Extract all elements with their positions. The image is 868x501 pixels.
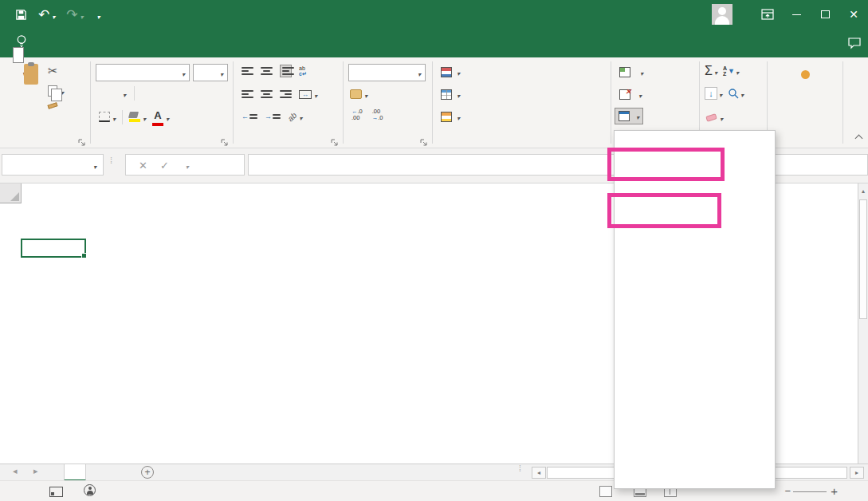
number-group: ←.0 .00 .00 →.0 (344, 57, 432, 148)
insert-function-button[interactable] (182, 158, 189, 172)
close-button[interactable] (839, 0, 868, 29)
avatar[interactable] (712, 4, 732, 25)
cell-styles-icon (441, 112, 452, 122)
formula-bar-splitter[interactable]: ⁞ (110, 158, 112, 163)
sheet-tab-sheet1[interactable] (64, 464, 86, 481)
vertical-scrollbar[interactable] (858, 183, 868, 464)
active-cell-outline (21, 239, 86, 258)
sort-filter-icon: ▼ (728, 67, 735, 75)
macro-record-icon[interactable] (49, 487, 63, 497)
font-color-button[interactable]: A (152, 108, 169, 126)
format-as-table-button[interactable] (438, 87, 463, 102)
next-sheet-icon[interactable] (33, 466, 38, 476)
clipboard-group (0, 57, 90, 148)
orientation-button[interactable]: ab (288, 109, 302, 124)
number-format-combo[interactable] (348, 64, 426, 81)
copy-icon (48, 85, 57, 97)
vertical-scroll-thumb[interactable] (859, 199, 867, 319)
titlebar-right (704, 0, 868, 29)
previous-sheet-icon[interactable] (13, 466, 18, 476)
ribbon-display-options-icon[interactable] (753, 0, 782, 29)
font-dialog-launcher-icon[interactable] (221, 136, 229, 144)
save-icon[interactable] (10, 0, 33, 29)
insert-cells-button[interactable] (616, 65, 646, 80)
format-button[interactable] (615, 108, 643, 124)
name-box[interactable] (2, 154, 104, 176)
paste-button[interactable] (6, 63, 41, 79)
alignment-group: abc↵ ↔ ← → ab (234, 57, 343, 148)
ribbon-tab-row (0, 29, 868, 57)
accessibility-status[interactable] (84, 484, 101, 496)
delete-cells-button[interactable] (616, 87, 645, 102)
scroll-up-icon[interactable] (858, 183, 868, 198)
copy-button[interactable] (48, 84, 64, 98)
sort-filter-button[interactable]: AZ▼ (723, 64, 739, 78)
font-size-combo[interactable] (193, 64, 228, 81)
new-sheet-button[interactable]: + (141, 466, 154, 479)
alignment-dialog-launcher-icon[interactable] (331, 136, 339, 144)
cancel-icon[interactable] (139, 158, 147, 172)
select-all-corner[interactable] (0, 183, 22, 203)
middle-align-icon[interactable] (261, 67, 273, 75)
orientation-icon: ab (286, 110, 299, 123)
accounting-icon (350, 89, 362, 99)
conditional-formatting-button[interactable] (438, 65, 463, 80)
find-select-button[interactable] (728, 86, 744, 101)
borders-button[interactable] (99, 110, 116, 124)
clipboard-mini-buttons (48, 64, 64, 108)
align-left-icon[interactable] (242, 90, 253, 98)
autosum-button[interactable] (705, 64, 717, 78)
enter-icon[interactable] (160, 158, 169, 172)
zoom-in-button[interactable] (831, 484, 838, 498)
merge-center-button[interactable]: ↔ (299, 87, 317, 101)
clear-icon[interactable] (705, 113, 717, 122)
comment-icon[interactable] (847, 37, 862, 53)
scroll-right-icon[interactable] (850, 467, 864, 479)
bottom-align-icon[interactable] (280, 65, 292, 77)
addins-icon[interactable] (801, 70, 810, 79)
maximize-button[interactable] (811, 0, 839, 29)
fill-color-button[interactable] (129, 110, 146, 124)
wrap-text-icon[interactable]: abc↵ (299, 65, 307, 77)
minimize-button[interactable] (782, 0, 811, 29)
borders-icon (99, 112, 110, 122)
increase-indent-icon[interactable]: → (265, 112, 281, 120)
decrease-decimal-icon[interactable]: .00 →.0 (372, 108, 383, 121)
addins-group (768, 57, 842, 148)
align-right-icon[interactable] (280, 90, 292, 98)
zoom-slider[interactable] (793, 491, 827, 492)
top-align-icon[interactable] (242, 67, 253, 75)
undo-button[interactable] (33, 0, 61, 29)
clipboard-dialog-launcher-icon[interactable] (78, 136, 86, 144)
format-as-table-icon (441, 89, 452, 100)
view-normal-icon[interactable] (599, 486, 612, 497)
format-icon (619, 111, 630, 121)
find-icon (728, 88, 739, 99)
titlebar (0, 0, 868, 29)
fill-down-icon: ↓ (705, 87, 717, 100)
cut-icon[interactable] (48, 64, 64, 78)
zoom-out-button[interactable] (784, 485, 791, 497)
format-painter-icon[interactable] (48, 102, 58, 108)
customize-quick-access-icon[interactable] (89, 0, 106, 29)
font-name-combo[interactable] (96, 64, 190, 81)
ribbon-tabs (0, 29, 3, 57)
decrease-indent-icon[interactable]: ← (242, 112, 257, 120)
formula-buttons (125, 154, 245, 176)
scroll-left-icon[interactable] (532, 467, 546, 479)
accounting-format-button[interactable] (350, 87, 367, 101)
increase-decimal-icon[interactable]: ←.0 .00 (352, 108, 363, 121)
format-menu (614, 130, 776, 489)
cell-styles-button[interactable] (438, 109, 463, 124)
styles-group (433, 57, 611, 148)
redo-button[interactable] (61, 0, 88, 29)
tab-scroll-splitter[interactable]: ⁞ (519, 467, 521, 471)
accessibility-icon (84, 484, 96, 496)
quick-access-toolbar (0, 0, 106, 29)
collapse-ribbon-icon[interactable] (856, 136, 862, 141)
number-dialog-launcher-icon[interactable] (420, 136, 428, 144)
conditional-formatting-icon (441, 67, 452, 77)
fill-button[interactable]: ↓ (705, 86, 722, 101)
insert-icon (619, 67, 630, 77)
center-icon[interactable] (261, 90, 273, 98)
